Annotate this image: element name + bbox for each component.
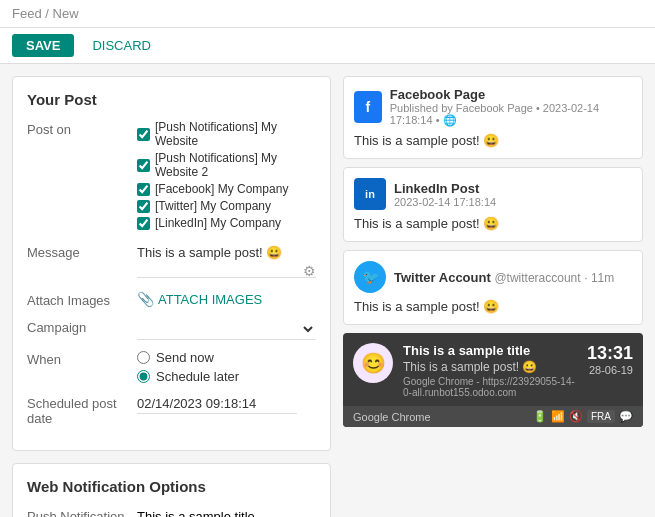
breadcrumb-separator: / bbox=[45, 6, 49, 21]
message-wrapper: This is a sample post! 😀 ⚙ bbox=[137, 243, 316, 281]
send-now-label: Send now bbox=[156, 350, 214, 365]
when-label: When bbox=[27, 350, 137, 367]
your-post-section: Your Post Post on [Push Notifications] M… bbox=[12, 76, 331, 451]
twitter-name-text: Twitter Account bbox=[394, 270, 491, 285]
linkedin-card-header: in LinkedIn Post 2023-02-14 17:18:14 bbox=[354, 178, 632, 210]
push-preview-body: This is a sample post! 😀 bbox=[403, 360, 577, 374]
attach-images-value: 📎 ATTACH IMAGES bbox=[137, 291, 316, 307]
push-preview-date: 28-06-19 bbox=[587, 364, 633, 376]
keyboard-icon: FRA bbox=[587, 410, 615, 423]
twitter-handle: @twitteraccount bbox=[494, 271, 580, 285]
push-preview-avatar: 😊 bbox=[353, 343, 393, 383]
channel-item: [Facebook] My Company bbox=[137, 182, 316, 196]
twitter-card: 🐦 Twitter Account @twitteraccount · 11m … bbox=[343, 250, 643, 325]
when-options: Send now Schedule later bbox=[137, 350, 316, 384]
channel-item: [Push Notifications] My Website bbox=[137, 120, 316, 148]
linkedin-card: in LinkedIn Post 2023-02-14 17:18:14 Thi… bbox=[343, 167, 643, 242]
push-preview-title: This is a sample title bbox=[403, 343, 577, 358]
notification-icon: 💬 bbox=[619, 410, 633, 423]
campaign-select[interactable] bbox=[137, 318, 316, 340]
twitter-dot: · bbox=[584, 271, 591, 285]
message-input[interactable]: This is a sample post! 😀 bbox=[137, 243, 316, 278]
linkedin-info: LinkedIn Post 2023-02-14 17:18:14 bbox=[394, 181, 496, 208]
channel-label-5: [LinkedIn] My Company bbox=[155, 216, 281, 230]
wifi-icon: 📶 bbox=[551, 410, 565, 423]
push-preview-inner: 😊 This is a sample title This is a sampl… bbox=[353, 343, 633, 398]
campaign-label: Campaign bbox=[27, 318, 137, 335]
attach-images-row: Attach Images 📎 ATTACH IMAGES bbox=[27, 291, 316, 308]
facebook-card-header: f Facebook Page Published by Facebook Pa… bbox=[354, 87, 632, 127]
channel-checkbox-4[interactable] bbox=[137, 200, 150, 213]
push-preview-emoji: 😊 bbox=[361, 351, 386, 375]
save-button[interactable]: SAVE bbox=[12, 34, 74, 57]
post-on-row: Post on [Push Notifications] My Website … bbox=[27, 120, 316, 233]
discard-button[interactable]: DISCARD bbox=[82, 34, 161, 57]
scheduled-date-row: Scheduled post date bbox=[27, 394, 316, 426]
message-label: Message bbox=[27, 243, 137, 260]
channel-checkbox-3[interactable] bbox=[137, 183, 150, 196]
schedule-later-label: Schedule later bbox=[156, 369, 239, 384]
channels-list: [Push Notifications] My Website [Push No… bbox=[137, 120, 316, 233]
breadcrumb-current: New bbox=[53, 6, 79, 21]
twitter-card-header: 🐦 Twitter Account @twitteraccount · 11m bbox=[354, 261, 632, 293]
channel-label-4: [Twitter] My Company bbox=[155, 199, 271, 213]
push-preview-text: This is a sample title This is a sample … bbox=[403, 343, 577, 398]
web-notification-title: Web Notification Options bbox=[27, 478, 316, 495]
channel-item: [Twitter] My Company bbox=[137, 199, 316, 213]
top-bar: Feed / New bbox=[0, 0, 655, 28]
push-preview-time-block: 13:31 28-06-19 bbox=[587, 343, 633, 376]
scheduled-date-value bbox=[137, 394, 316, 414]
facebook-meta: Published by Facebook Page • 2023-02-14 … bbox=[390, 102, 632, 127]
message-row: Message This is a sample post! 😀 ⚙ bbox=[27, 243, 316, 281]
facebook-avatar: f bbox=[354, 91, 382, 123]
twitter-avatar: 🐦 bbox=[354, 261, 386, 293]
channel-label-3: [Facebook] My Company bbox=[155, 182, 288, 196]
push-title-value bbox=[137, 507, 316, 517]
breadcrumb: Feed / New bbox=[12, 6, 79, 21]
send-now-radio[interactable] bbox=[137, 351, 150, 364]
facebook-content: This is a sample post! 😀 bbox=[354, 133, 632, 148]
linkedin-name: LinkedIn Post bbox=[394, 181, 496, 196]
attach-icon: 📎 bbox=[137, 291, 154, 307]
channel-checkbox-2[interactable] bbox=[137, 159, 150, 172]
campaign-row: Campaign bbox=[27, 318, 316, 340]
linkedin-avatar: in bbox=[354, 178, 386, 210]
attach-images-button[interactable]: 📎 ATTACH IMAGES bbox=[137, 291, 262, 307]
facebook-info: Facebook Page Published by Facebook Page… bbox=[390, 87, 632, 127]
web-notification-section: Web Notification Options Push Notificati… bbox=[12, 463, 331, 517]
breadcrumb-parent: Feed bbox=[12, 6, 42, 21]
action-bar: SAVE DISCARD bbox=[0, 28, 655, 64]
channel-item: [LinkedIn] My Company bbox=[137, 216, 316, 230]
push-bottom-icons: 🔋 📶 🔇 FRA 💬 bbox=[533, 410, 633, 423]
linkedin-meta: 2023-02-14 17:18:14 bbox=[394, 196, 496, 208]
channel-checkbox-1[interactable] bbox=[137, 128, 150, 141]
emoji-icon[interactable]: ⚙ bbox=[303, 263, 316, 279]
schedule-later-radio[interactable] bbox=[137, 370, 150, 383]
attach-images-label: Attach Images bbox=[27, 291, 137, 308]
twitter-content: This is a sample post! 😀 bbox=[354, 299, 632, 314]
push-title-label: Push Notification Title bbox=[27, 507, 137, 517]
twitter-info: Twitter Account @twitteraccount · 11m bbox=[394, 270, 614, 285]
push-title-row: Push Notification Title bbox=[27, 507, 316, 517]
scheduled-date-input[interactable] bbox=[137, 394, 297, 414]
right-panel: f Facebook Page Published by Facebook Pa… bbox=[343, 76, 643, 517]
volume-icon: 🔇 bbox=[569, 410, 583, 423]
channel-label-2: [Push Notifications] My Website 2 bbox=[155, 151, 316, 179]
channel-item: [Push Notifications] My Website 2 bbox=[137, 151, 316, 179]
linkedin-content: This is a sample post! 😀 bbox=[354, 216, 632, 231]
attach-btn-label: ATTACH IMAGES bbox=[158, 292, 262, 307]
battery-icon: 🔋 bbox=[533, 410, 547, 423]
push-browser-label: Google Chrome bbox=[353, 411, 431, 423]
your-post-title: Your Post bbox=[27, 91, 316, 108]
channel-checkbox-5[interactable] bbox=[137, 217, 150, 230]
push-preview-time: 13:31 bbox=[587, 343, 633, 364]
send-now-option: Send now bbox=[137, 350, 316, 365]
schedule-later-option: Schedule later bbox=[137, 369, 316, 384]
twitter-time: 11m bbox=[591, 271, 614, 285]
push-bottom-bar: Google Chrome 🔋 📶 🔇 FRA 💬 bbox=[343, 406, 643, 427]
left-panel: Your Post Post on [Push Notifications] M… bbox=[12, 76, 331, 517]
push-preview: 😊 This is a sample title This is a sampl… bbox=[343, 333, 643, 427]
facebook-name: Facebook Page bbox=[390, 87, 632, 102]
facebook-card: f Facebook Page Published by Facebook Pa… bbox=[343, 76, 643, 159]
push-title-input[interactable] bbox=[137, 507, 316, 517]
